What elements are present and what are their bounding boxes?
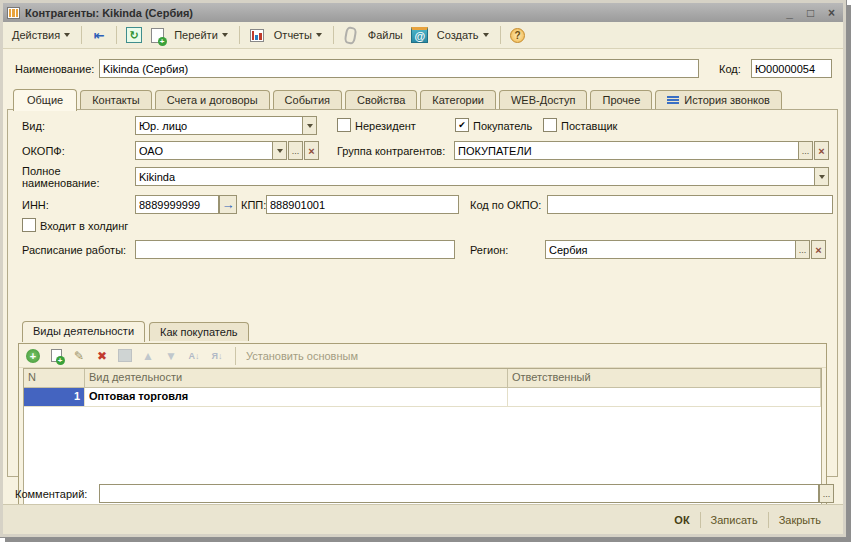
tab-contacts[interactable]: Контакты [80,90,152,110]
write-button[interactable]: Записать [701,511,768,529]
add-row-button[interactable]: + [25,348,41,364]
inn-transfer-button[interactable]: → [219,195,237,214]
inn-label: ИНН: [22,199,49,211]
sort-desc-button[interactable]: Я↓ [209,348,225,364]
activity-tab-strip: Виды деятельности Как покупатель [22,321,249,341]
buyer-label: Покупатель [473,120,532,132]
region-input[interactable] [545,240,798,259]
save-order-button[interactable] [117,348,133,364]
minimize-button[interactable]: _ [782,6,797,20]
create-menu[interactable]: Создать [434,27,492,43]
schedule-input[interactable] [135,240,455,259]
region-ellipsis-button[interactable]: ... [795,240,810,259]
holding-label: Входит в холдинг [40,220,128,232]
counterparty-window: Контрагенты: Kikinda (Сербия) _ □ × Дейс… [0,0,846,537]
okopf-clear-button[interactable]: × [304,141,319,160]
fullname-input[interactable] [135,167,816,186]
help-button[interactable]: ? [509,26,527,44]
form-area: Наименование: Код: Общие Контакты Счета … [3,49,843,505]
okopf-label: ОКОПФ: [22,145,65,157]
holding-checkbox[interactable] [22,218,36,232]
comment-label: Комментарий: [15,488,87,500]
counterparty-icon [7,7,20,19]
tab-call-history[interactable]: История звонков [655,90,782,110]
titlebar[interactable]: Контрагенты: Kikinda (Сербия) _ □ × [3,3,843,22]
column-header-n[interactable]: N [24,369,85,387]
copy-icon: + [151,28,164,43]
email-button[interactable]: @ [411,26,429,44]
region-clear-button[interactable]: × [811,240,826,259]
okopf-dropdown-button[interactable] [272,141,287,160]
kind-combo[interactable] [135,116,305,135]
name-label: Наименование: [15,63,94,75]
kind-label: Вид: [22,120,45,132]
activity-cell[interactable]: Оптовая торговля [85,388,508,406]
fullname-label-line2: наименование: [22,177,99,189]
fullname-label-line1: Полное [22,165,61,177]
close-button[interactable]: × [824,6,839,20]
window-title: Контрагенты: Kikinda (Сербия) [25,7,782,19]
fullname-dropdown-button[interactable] [814,167,829,186]
tab-properties[interactable]: Свойства [345,90,417,110]
group-input[interactable] [454,141,800,160]
nonresident-checkbox[interactable] [337,118,351,132]
table-row[interactable]: 1 Оптовая торговля [24,388,821,407]
okopf-combo[interactable] [135,141,275,160]
buyer-checkbox[interactable]: ✔ [455,118,469,132]
okopf-ellipsis-button[interactable]: ... [288,141,303,160]
move-up-button[interactable]: ▲ [140,348,156,364]
reports-icon [248,26,266,44]
general-tab-panel: Вид: Нерезидент ✔ Покупатель Поставщик О… [7,109,838,477]
tab-other[interactable]: Прочее [590,90,652,110]
tab-accounts-contracts[interactable]: Счета и договоры [155,90,270,110]
tab-web-access[interactable]: WEB-Доступ [499,90,588,110]
group-ellipsis-button[interactable]: ... [798,141,813,160]
paperclip-icon [342,26,360,44]
goto-menu[interactable]: Перейти [171,27,231,43]
okpo-label: Код по ОКПО: [470,199,541,211]
copy-icon: + [51,349,62,362]
code-input[interactable] [751,59,832,78]
close-form-button[interactable]: Закрыть [769,511,831,529]
files-button[interactable]: Файлы [365,27,406,43]
reports-menu[interactable]: Отчеты [271,27,325,43]
code-label: Код: [719,63,741,75]
refresh-button[interactable]: ↻ [125,26,143,44]
region-label: Регион: [470,244,508,256]
supplier-label: Поставщик [561,120,617,132]
refresh-icon: ↻ [126,27,142,43]
okpo-input[interactable] [547,195,833,214]
inn-input[interactable] [135,195,219,214]
maximize-button[interactable]: □ [803,6,818,20]
check-icon: ✔ [458,120,466,130]
comment-ellipsis-button[interactable]: ... [819,484,834,503]
column-header-activity[interactable]: Вид деятельности [85,369,508,387]
chevron-down-icon [316,33,322,37]
set-main-button[interactable]: Установить основным [246,350,358,362]
column-header-responsible[interactable]: Ответственный [508,369,821,387]
tab-general[interactable]: Общие [13,89,77,111]
supplier-checkbox[interactable] [543,118,557,132]
tab-as-buyer[interactable]: Как покупатель [149,322,249,341]
ok-button[interactable]: ОК [664,511,699,529]
actions-menu[interactable]: Действия [9,27,73,43]
delete-row-button[interactable]: ✖ [94,348,110,364]
group-clear-button[interactable]: × [814,141,829,160]
table-header: N Вид деятельности Ответственный [24,369,821,388]
tab-events[interactable]: События [273,90,342,110]
copy-row-button[interactable]: + [48,348,64,364]
subordination-button[interactable]: ⇤ [90,26,108,44]
copy-button[interactable]: + [148,26,166,44]
name-input[interactable] [99,59,699,78]
sort-asc-button[interactable]: А↓ [186,348,202,364]
move-down-button[interactable]: ▼ [163,348,179,364]
tab-activities[interactable]: Виды деятельности [22,321,145,342]
bottom-button-bar: ОК Записать Закрыть [3,504,843,534]
comment-input[interactable] [99,484,819,503]
edit-row-button[interactable]: ✎ [71,348,87,364]
kpp-input[interactable] [266,195,459,214]
responsible-cell[interactable] [508,388,821,406]
row-number-cell[interactable]: 1 [24,388,85,406]
kind-dropdown-button[interactable] [302,116,317,135]
tab-categories[interactable]: Категории [420,90,496,110]
